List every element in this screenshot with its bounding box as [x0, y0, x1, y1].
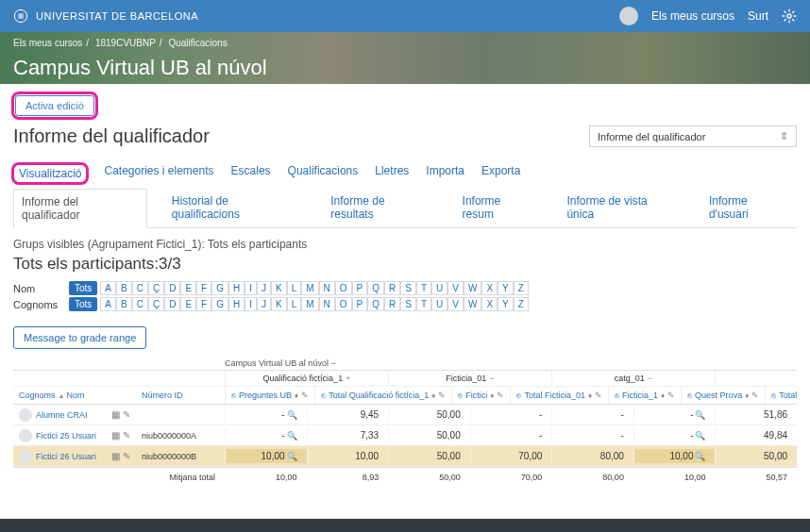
filter-all[interactable]: Tots — [69, 297, 97, 311]
magnify-icon[interactable]: 🔍 — [287, 410, 297, 420]
letter-filter[interactable]: G — [211, 281, 228, 295]
letter-filter[interactable]: U — [431, 297, 447, 311]
letter-filter[interactable]: B — [116, 281, 132, 295]
letter-filter[interactable]: Z — [514, 297, 529, 311]
letter-filter[interactable]: O — [335, 281, 352, 295]
subtab-informe-qualificador[interactable]: Informe del qualificador — [13, 189, 147, 228]
gear-icon[interactable] — [782, 8, 797, 24]
logout-link[interactable]: Surt — [748, 9, 768, 23]
filter-all[interactable]: Tots — [69, 281, 97, 295]
category-header[interactable]: Ficticia_01− — [388, 371, 551, 386]
letter-filter[interactable]: U — [431, 281, 447, 295]
letter-filter[interactable]: L — [287, 281, 302, 295]
letter-filter[interactable]: K — [271, 281, 287, 295]
letter-filter[interactable]: J — [257, 281, 271, 295]
letter-filter[interactable]: H — [228, 281, 245, 295]
letter-filter[interactable]: W — [464, 281, 481, 295]
category-header[interactable]: catg_01− — [551, 371, 715, 386]
subtab-usuari[interactable]: Informe d'usuari — [701, 189, 797, 227]
col-name[interactable]: Nom — [67, 391, 85, 400]
letter-filter[interactable]: I — [245, 297, 257, 311]
magnify-icon[interactable]: 🔍 — [695, 431, 705, 441]
letter-filter[interactable]: C — [132, 281, 148, 295]
sort-icon[interactable]: ▴ — [59, 391, 63, 400]
letter-filter[interactable]: Y — [498, 297, 514, 311]
letter-filter[interactable]: E — [180, 281, 196, 295]
magnify-icon[interactable]: 🔍 — [287, 452, 297, 461]
letter-filter[interactable]: V — [447, 297, 464, 311]
letter-filter[interactable]: P — [352, 281, 368, 295]
letter-filter[interactable]: D — [164, 297, 180, 311]
letter-filter[interactable]: S — [400, 281, 416, 295]
magnify-icon[interactable]: 🔍 — [287, 431, 297, 441]
magnify-icon[interactable]: 🔍 — [695, 410, 705, 420]
breadcrumb-item[interactable]: 1819CVUBNP — [95, 38, 156, 48]
message-grade-range-button[interactable]: Message to grade range — [13, 326, 146, 349]
category-header[interactable]: Qualificació fictícia_1+ — [225, 371, 388, 386]
tab-importa[interactable]: Importa — [426, 164, 464, 183]
my-courses-link[interactable]: Els meus cursos — [651, 9, 734, 23]
tab-qualificacions[interactable]: Qualificacions — [288, 164, 359, 183]
letter-filter[interactable]: N — [319, 297, 335, 311]
grid-icon[interactable]: ▦ — [111, 409, 120, 420]
letter-filter[interactable]: R — [384, 281, 400, 295]
letter-filter[interactable]: B — [116, 297, 132, 311]
letter-filter[interactable]: Ç — [148, 297, 164, 311]
letter-filter[interactable]: K — [271, 297, 287, 311]
pencil-icon[interactable]: ✎ — [123, 409, 130, 420]
magnify-icon[interactable]: 🔍 — [695, 452, 705, 461]
grid-icon[interactable]: ▦ — [111, 430, 120, 441]
letter-filter[interactable]: Y — [498, 281, 514, 295]
grade-column-header[interactable]: ⎋ Fictici ♦ ✎ — [451, 387, 510, 404]
pencil-icon[interactable]: ✎ — [123, 451, 130, 461]
subtab-historial[interactable]: Historial de qualificacions — [164, 189, 306, 227]
breadcrumb-item[interactable]: Els meus cursos — [13, 38, 82, 48]
letter-filter[interactable]: Q — [367, 281, 384, 295]
letter-filter[interactable]: Q — [367, 297, 384, 311]
letter-filter[interactable]: A — [100, 281, 116, 295]
letter-filter[interactable]: T — [416, 297, 431, 311]
letter-filter[interactable]: S — [400, 297, 416, 311]
letter-filter[interactable]: I — [245, 281, 257, 295]
letter-filter[interactable]: C — [132, 297, 148, 311]
grade-column-header[interactable]: ⎋ Total del curs ♦ ✎ — [765, 387, 797, 404]
letter-filter[interactable]: O — [335, 297, 352, 311]
letter-filter[interactable]: F — [196, 281, 211, 295]
letter-filter[interactable]: L — [287, 297, 302, 311]
letter-filter[interactable]: R — [384, 297, 400, 311]
letter-filter[interactable]: J — [257, 297, 271, 311]
letter-filter[interactable]: A — [100, 297, 116, 311]
tab-categories[interactable]: Categories i elements — [104, 164, 213, 183]
tab-visualitzacio[interactable]: Visualització — [19, 167, 81, 180]
col-id[interactable]: Número ID — [142, 391, 183, 400]
letter-filter[interactable]: X — [481, 281, 498, 295]
student-link[interactable]: Fictici 25 Usuari — [36, 431, 96, 441]
edit-mode-button[interactable]: Activa edició — [15, 95, 94, 116]
tab-escales[interactable]: Escales — [231, 164, 271, 183]
letter-filter[interactable]: V — [447, 281, 464, 295]
pencil-icon[interactable]: ✎ — [123, 430, 130, 441]
letter-filter[interactable]: N — [319, 281, 335, 295]
letter-filter[interactable]: T — [416, 281, 431, 295]
letter-filter[interactable]: X — [481, 297, 498, 311]
student-link[interactable]: Fictici 26 Usuari — [36, 452, 96, 461]
letter-filter[interactable]: M — [301, 297, 318, 311]
letter-filter[interactable]: P — [352, 297, 368, 311]
grade-column-header[interactable]: ⎋ Quest Prova ♦ ✎ — [681, 387, 765, 404]
letter-filter[interactable]: G — [211, 297, 228, 311]
grade-column-header[interactable]: ⎋ Preguntes UB ♦ ✎ — [225, 387, 314, 404]
letter-filter[interactable]: E — [180, 297, 196, 311]
letter-filter[interactable]: Ç — [148, 281, 164, 295]
grade-column-header[interactable]: ⎋ Total Ficticia_01 ♦ ✎ — [510, 387, 608, 404]
letter-filter[interactable]: D — [164, 281, 180, 295]
breadcrumb-item[interactable]: Qualificacions — [168, 38, 227, 48]
tab-exporta[interactable]: Exporta — [481, 164, 520, 183]
grade-column-header[interactable]: ⎋ Ficticia_1 ♦ ✎ — [608, 387, 681, 404]
subtab-resum[interactable]: Informe resum — [455, 189, 543, 227]
subtab-vista-unica[interactable]: Informe de vista única — [559, 189, 684, 227]
col-surname[interactable]: Cognoms — [19, 391, 56, 400]
letter-filter[interactable]: H — [228, 297, 245, 311]
grade-column-header[interactable]: ⎋ Total Qualificació fictícia_1 ♦ ✎ — [314, 387, 451, 404]
letter-filter[interactable]: Z — [514, 281, 529, 295]
tab-lletres[interactable]: Lletres — [375, 164, 409, 183]
